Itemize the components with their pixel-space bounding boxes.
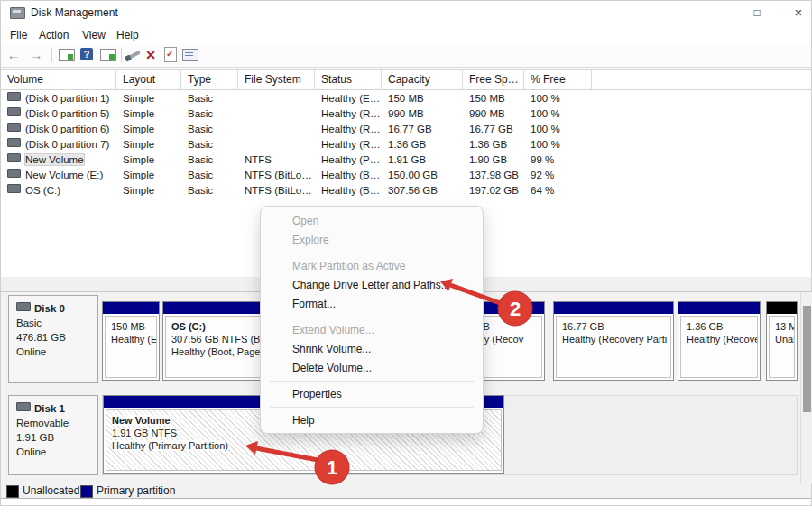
scrollbar-thumb[interactable]	[803, 306, 811, 412]
menu-item-properties[interactable]: Properties	[261, 385, 483, 404]
column-volume[interactable]: Volume	[1, 70, 116, 89]
forward-icon[interactable]: →	[27, 47, 45, 63]
toolbar: ← → ? ✕	[1, 44, 811, 68]
table-row-selected[interactable]: New Volume Simple Basic NTFS Healthy (P……	[1, 152, 811, 168]
menu-item-open[interactable]: Open	[261, 212, 483, 231]
cell-fs	[245, 137, 314, 152]
cell-pct: 99 %	[531, 152, 591, 168]
disk1-label-panel[interactable]: Disk 1 Removable 1.91 GB Online	[8, 395, 98, 475]
cell-layout: Simple	[123, 152, 180, 168]
column-status[interactable]: Status	[315, 70, 382, 89]
cell-free: 137.98 GB	[469, 168, 523, 183]
graphical-view-icon[interactable]	[100, 49, 116, 61]
help-icon[interactable]: ?	[80, 48, 93, 60]
cell-type: Basic	[188, 106, 237, 122]
column-capacity[interactable]: Capacity	[382, 70, 463, 89]
partition-recovery-16gb[interactable]: 16.77 GB Healthy (Recovery Parti	[553, 301, 674, 381]
cell-fs: NTFS	[245, 152, 314, 168]
menu-item-format[interactable]: Format...	[261, 295, 483, 314]
table-row[interactable]: New Volume (E:) Simple Basic NTFS (BitLo…	[1, 168, 811, 183]
volume-name: (Disk 0 partition 1)	[25, 93, 109, 104]
menu-item-explore[interactable]: Explore	[261, 231, 483, 250]
menu-file[interactable]: File	[6, 27, 31, 43]
menu-item-mark-partition-active[interactable]: Mark Partition as Active	[261, 257, 483, 276]
legend-primary-partition: Primary partition	[97, 484, 175, 497]
column-layout[interactable]: Layout	[116, 70, 181, 89]
maximize-button[interactable]: □	[742, 3, 772, 23]
partition-size: 16.77 GB	[562, 320, 670, 333]
cell-capacity: 1.36 GB	[388, 137, 462, 152]
cell-type: Basic	[188, 91, 237, 106]
cell-layout: Simple	[123, 137, 180, 152]
menu-item-extend-volume[interactable]: Extend Volume...	[261, 321, 483, 340]
cell-fs: NTFS (BitLo…	[245, 183, 314, 198]
toolbar-separator	[51, 48, 52, 62]
toolbar-separator	[121, 48, 122, 62]
check-document-icon[interactable]	[164, 47, 177, 62]
partition-size: 1.91 GB NTFS	[112, 428, 177, 438]
column-type[interactable]: Type	[181, 70, 238, 89]
cell-pct: 100 %	[531, 106, 591, 122]
volume-name: New Volume (E:)	[25, 170, 103, 180]
table-row[interactable]: OS (C:) Simple Basic NTFS (BitLo… Health…	[1, 183, 811, 198]
legend-bar: Unallocated Primary partition	[1, 483, 811, 499]
properties-icon[interactable]	[182, 49, 198, 61]
cell-status: Healthy (B…	[321, 183, 381, 198]
volume-name: OS (C:)	[25, 185, 60, 196]
minimize-button[interactable]: –	[697, 3, 728, 23]
menu-item-help[interactable]: Help	[261, 411, 483, 430]
partition-name: New Volume	[112, 415, 171, 426]
volume-icon	[7, 92, 21, 101]
disk0-type: Basic	[16, 316, 97, 330]
cell-status: Healthy (E…	[321, 91, 381, 106]
cell-type: Basic	[188, 152, 237, 168]
partition-size: 13 MB	[775, 320, 794, 333]
cell-fs	[245, 122, 314, 137]
disk1-type: Removable	[16, 416, 97, 430]
column-free-space[interactable]: Free Sp…	[463, 70, 524, 89]
close-button[interactable]: ×	[783, 3, 812, 23]
disk0-size: 476.81 GB	[16, 330, 97, 345]
partition-unallocated[interactable]: 13 MB Unallocated	[766, 301, 798, 381]
partition-recovery-1gb[interactable]: 1.36 GB Healthy (Recove	[678, 301, 761, 381]
cell-pct: 100 %	[531, 137, 591, 152]
table-row[interactable]: (Disk 0 partition 7) Simple Basic Health…	[1, 137, 811, 152]
menu-help[interactable]: Help	[113, 27, 143, 43]
disk-icon	[16, 402, 31, 411]
menu-separator	[270, 407, 474, 408]
back-icon[interactable]: ←	[5, 47, 23, 63]
cell-pct: 100 %	[531, 122, 591, 137]
menu-action[interactable]: Action	[35, 27, 72, 43]
menu-item-change-drive-letter[interactable]: Change Drive Letter and Paths...	[261, 276, 483, 295]
menu-item-delete-volume[interactable]: Delete Volume...	[261, 359, 483, 378]
delete-icon[interactable]: ✕	[142, 47, 160, 63]
menu-bar: File Action View Help	[1, 24, 811, 44]
volume-list-view-icon[interactable]	[59, 49, 75, 61]
cell-capacity: 990 MB	[388, 106, 462, 122]
disk1-name: Disk 1	[16, 401, 97, 416]
cell-type: Basic	[188, 122, 237, 137]
volume-icon	[7, 153, 21, 162]
cell-pct: 92 %	[531, 168, 591, 183]
partition-status: Healthy (Primary Partition)	[112, 440, 228, 451]
menu-item-shrink-volume[interactable]: Shrink Volume...	[261, 340, 483, 359]
menu-separator	[270, 381, 474, 382]
table-header: Volume Layout Type File System Status Ca…	[1, 69, 811, 90]
disk0-label-panel[interactable]: Disk 0 Basic 476.81 GB Online	[8, 295, 98, 383]
table-row[interactable]: (Disk 0 partition 5) Simple Basic Health…	[1, 106, 811, 122]
partition-efi[interactable]: 150 MB Healthy (E	[102, 301, 160, 381]
volume-icon	[7, 184, 21, 193]
cell-layout: Simple	[123, 106, 180, 122]
vertical-scrollbar[interactable]	[800, 292, 812, 483]
column-file-system[interactable]: File System	[238, 70, 315, 89]
menu-view[interactable]: View	[78, 27, 109, 43]
disk-management-window: Disk Management – □ × File Action View H…	[0, 0, 812, 506]
partition-status: Healthy (E	[111, 333, 156, 345]
cell-fs: NTFS (BitLo…	[245, 168, 314, 183]
table-row[interactable]: (Disk 0 partition 1) Simple Basic Health…	[1, 91, 811, 106]
primary-partition-strip	[554, 302, 673, 314]
disk1-size: 1.91 GB	[16, 430, 97, 445]
table-row[interactable]: (Disk 0 partition 6) Simple Basic Health…	[1, 122, 811, 137]
tool-icon[interactable]	[127, 51, 141, 60]
column-pct-free[interactable]: % Free	[524, 70, 592, 89]
